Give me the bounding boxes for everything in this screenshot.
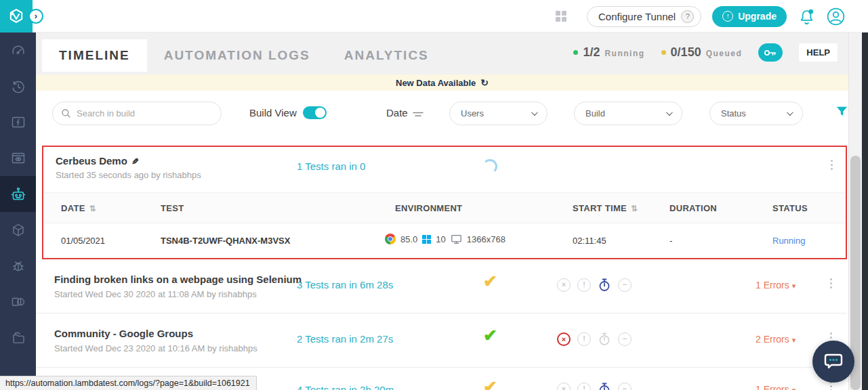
column-header-duration[interactable]: DURATION [669, 203, 717, 213]
environment-cell: 85.0 10 1366x768 [385, 234, 505, 244]
date-filter-label[interactable]: Date [386, 107, 408, 118]
column-header-test[interactable]: TEST [161, 203, 184, 213]
tab-timeline[interactable]: TIMELINE [42, 39, 147, 72]
timeout-filter-icon[interactable] [598, 383, 611, 390]
build-summary-link[interactable]: 4 Tests ran in 2h 20m [297, 384, 394, 390]
chevron-down-icon [787, 109, 793, 116]
loading-spinner-icon [482, 159, 497, 174]
running-label: Running [604, 49, 644, 58]
running-stat: 1/2 Running [573, 45, 644, 60]
search-input[interactable] [77, 108, 199, 118]
build-menu-kebab-icon[interactable] [827, 278, 834, 288]
build-dropdown-value: Build [585, 108, 605, 118]
build-dropdown[interactable]: Build [574, 102, 682, 125]
access-key-button[interactable] [758, 43, 783, 62]
left-sidebar [0, 32, 36, 390]
build-started-text: Started 35 seconds ago by rishabhps [56, 170, 201, 180]
build-started-text: Started Wed Dec 23 2020 at 10:16 AM by r… [54, 343, 257, 353]
window-lightning-icon [10, 114, 26, 131]
skipped-filter-icon[interactable]: − [618, 383, 632, 390]
sidebar-item-realtime[interactable] [0, 68, 36, 104]
tunnel-help-icon[interactable]: ? [681, 10, 694, 23]
search-icon [61, 108, 71, 118]
errors-dropdown[interactable]: 2 Errors ▾ [756, 334, 795, 345]
queued-dot-icon [661, 50, 666, 55]
sidebar-item-visual-ui[interactable] [0, 140, 36, 176]
filter-funnel-button[interactable]: × [835, 105, 848, 121]
history-clock-icon [10, 79, 26, 95]
sidebar-item-projects[interactable] [0, 320, 36, 355]
sidebar-item-screenshots[interactable] [0, 284, 36, 320]
caret-down-icon: ▾ [792, 386, 796, 390]
sort-icon[interactable]: ⇅ [89, 204, 96, 213]
chevron-down-icon [531, 109, 538, 116]
error-filter-icon[interactable]: ! [577, 383, 591, 390]
tab-automation-logs[interactable]: AUTOMATION LOGS [147, 39, 327, 72]
notification-bell-icon[interactable] [798, 7, 816, 26]
test-table-header: DATE⇅ TEST ENVIRONMENT START TIME⇅ DURAT… [43, 192, 846, 223]
configure-tunnel-label: Configure Tunnel [598, 11, 676, 22]
build-title[interactable]: Community - Google Groups [54, 328, 193, 339]
build-title[interactable]: Finding broken links on a webpage using … [54, 274, 302, 285]
upgrade-arrow-icon: ↑ [722, 11, 733, 22]
timeout-filter-icon[interactable] [598, 332, 611, 346]
sidebar-collapse-button[interactable]: › [28, 9, 43, 24]
build-row-google-groups[interactable]: Community - Google Groups Started Wed De… [36, 315, 847, 368]
column-header-status[interactable]: STATUS [772, 203, 808, 213]
build-menu-kebab-icon[interactable] [828, 160, 835, 170]
failed-filter-icon[interactable]: × [557, 278, 571, 292]
funnel-icon [835, 105, 848, 118]
tab-analytics[interactable]: ANALYTICS [327, 39, 446, 72]
test-table-row[interactable]: 01/05/2021 TSN4B-T2UWF-QHANX-M3VSX 85.0 … [43, 223, 846, 259]
errors-dropdown[interactable]: 1 Errors ▾ [756, 384, 795, 390]
contrast-compare-icon [10, 294, 26, 310]
date-filter-icon[interactable] [413, 110, 423, 122]
lambdatest-logo[interactable] [0, 0, 33, 32]
upgrade-button[interactable]: ↑ Upgrade [712, 6, 787, 27]
sidebar-item-packages[interactable] [0, 212, 36, 248]
build-summary-link[interactable]: 2 Tests ran in 2m 27s [297, 333, 393, 345]
sidebar-item-dashboard[interactable] [0, 32, 36, 68]
column-header-date[interactable]: DATE⇅ [61, 203, 96, 213]
configure-tunnel-button[interactable]: Configure Tunnel ? [587, 6, 701, 27]
skipped-filter-icon[interactable]: − [618, 278, 632, 292]
key-icon [764, 48, 777, 58]
test-id-cell[interactable]: TSN4B-T2UWF-QHANX-M3VSX [161, 236, 290, 246]
refresh-icon[interactable]: ↻ [480, 77, 489, 88]
failed-filter-icon[interactable]: × [557, 332, 571, 346]
chat-bubble-icon [822, 351, 845, 372]
chat-widget-button[interactable] [812, 341, 854, 383]
apps-grid-icon[interactable] [556, 11, 566, 22]
user-avatar-icon[interactable] [827, 7, 845, 26]
timeout-filter-icon[interactable] [598, 278, 611, 292]
vertical-scrollbar[interactable] [848, 32, 862, 390]
column-header-environment[interactable]: ENVIRONMENT [395, 203, 462, 213]
sidebar-item-app-testing[interactable] [0, 104, 36, 140]
sort-icon[interactable]: ⇅ [631, 204, 638, 213]
failed-filter-icon[interactable]: × [557, 383, 571, 390]
build-summary-link[interactable]: 3 Tests ran in 6m 28s [297, 279, 393, 290]
users-dropdown[interactable]: Users [449, 102, 547, 125]
start-time-cell: 02:11:45 [573, 236, 606, 246]
build-view-toggle[interactable] [303, 106, 327, 119]
build-row-broken-links[interactable]: Finding broken links on a webpage using … [36, 261, 847, 313]
sidebar-item-automation[interactable] [0, 176, 36, 212]
help-button[interactable]: HELP [799, 43, 838, 62]
build-title[interactable]: Cerbeus Demo✎ [56, 155, 139, 167]
edit-pencil-icon[interactable]: ✎ [131, 156, 139, 167]
new-data-text[interactable]: New Data Available [396, 78, 476, 88]
column-header-start-time[interactable]: START TIME⇅ [573, 203, 638, 213]
chrome-icon [385, 234, 396, 244]
speedometer-icon [10, 43, 26, 59]
errors-dropdown[interactable]: 1 Errors ▾ [756, 280, 795, 290]
build-summary-link[interactable]: 1 Tests ran in 0 [297, 160, 365, 172]
error-filter-icon[interactable]: ! [577, 332, 591, 346]
running-dot-icon [573, 50, 578, 55]
status-cell[interactable]: Running [772, 236, 805, 246]
skipped-filter-icon[interactable]: − [618, 332, 632, 346]
test-date-cell: 01/05/2021 [61, 236, 105, 246]
status-dropdown[interactable]: Status [709, 102, 803, 125]
error-filter-icon[interactable]: ! [577, 278, 591, 292]
build-started-text: Started Wed Dec 30 2020 at 11:08 AM by r… [54, 289, 257, 299]
sidebar-item-issue-tracker[interactable] [0, 248, 36, 284]
